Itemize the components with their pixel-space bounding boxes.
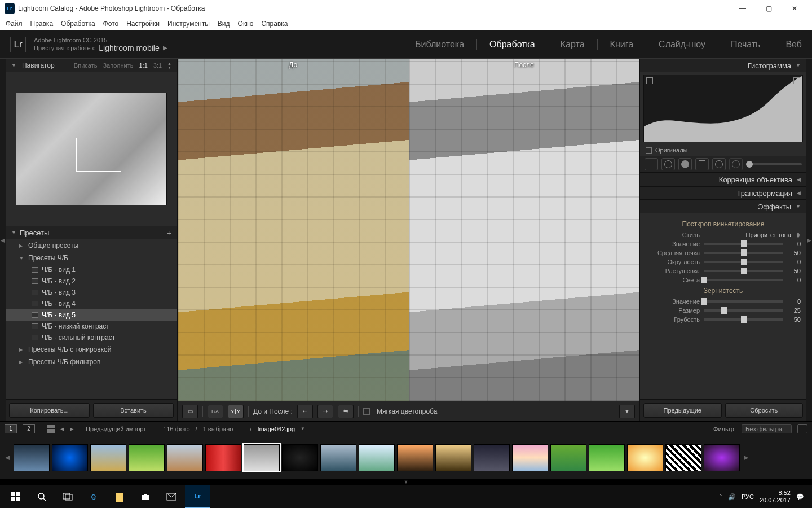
preset-bw-high-contrast[interactable]: Ч/Б - сильный контраст (6, 332, 177, 343)
chevron-right-icon[interactable]: ▶ (163, 45, 167, 51)
compare-view[interactable]: До После (178, 59, 639, 401)
language-indicator[interactable]: РУС (742, 493, 754, 500)
after-view[interactable]: После (409, 59, 640, 401)
menu-view[interactable]: Вид (218, 20, 230, 28)
lens-correction-header[interactable]: Коррекция объектива ◀ (640, 173, 806, 186)
redeye-tool-icon[interactable] (678, 158, 692, 170)
reset-button[interactable]: Сбросить (725, 403, 804, 418)
thumbnail[interactable] (359, 444, 395, 471)
menu-edit[interactable]: Правка (30, 20, 54, 28)
loupe-view-button[interactable]: ▭ (182, 405, 198, 418)
thumbnail[interactable] (704, 444, 740, 471)
vignette-slider[interactable] (704, 261, 783, 263)
current-filename[interactable]: Image062.jpg (257, 426, 295, 432)
module-book[interactable]: Книга (610, 40, 633, 50)
crop-tool-icon[interactable] (645, 158, 658, 170)
grain-slider[interactable] (704, 300, 783, 303)
filmstrip-prev[interactable]: ◀ (3, 440, 11, 476)
tray-chevron-icon[interactable]: ˄ (719, 493, 722, 501)
preset-bw-4[interactable]: Ч/Б - вид 4 (6, 298, 177, 309)
preset-bw-2[interactable]: Ч/Б - вид 2 (6, 275, 177, 287)
compare-ba-button[interactable]: BA (208, 405, 223, 418)
thumbnail[interactable] (282, 444, 318, 471)
softproof-checkbox[interactable] (363, 408, 370, 415)
gradient-tool-icon[interactable] (695, 158, 709, 170)
minimize-button[interactable]: — (730, 0, 756, 17)
navigator-header[interactable]: ▼ Навигатор Вписать Заполнить 1:1 3:1 ▲▼ (6, 59, 177, 72)
thumbnail[interactable] (320, 444, 356, 471)
thumbnail[interactable] (205, 444, 241, 471)
nav-forward-icon[interactable]: ▸ (70, 424, 74, 433)
menu-settings[interactable]: Настройки (126, 20, 160, 28)
menu-help[interactable]: Справка (261, 20, 288, 28)
thumbnail[interactable] (167, 444, 203, 471)
histogram[interactable] (643, 75, 803, 142)
thumbnail[interactable] (474, 444, 510, 471)
zoom-3-1[interactable]: 3:1 (153, 62, 162, 69)
store-icon[interactable] (133, 485, 158, 508)
lightroom-taskbar-icon[interactable]: Lr (185, 485, 210, 508)
originals-checkbox[interactable] (646, 147, 652, 154)
swap-left-button[interactable]: ⇠ (297, 405, 313, 418)
preset-group-bw-filters[interactable]: Пресеты Ч/Б фильтров (6, 356, 177, 368)
compare-yy-button[interactable]: Y|Y (228, 405, 244, 418)
thumbnail[interactable] (435, 444, 471, 471)
swap-both-button[interactable]: ⇆ (338, 405, 354, 418)
navigator-viewport[interactable] (76, 138, 121, 171)
vignette-slider[interactable] (704, 279, 783, 281)
style-stepper-icon[interactable]: ▲▼ (796, 231, 801, 238)
clock[interactable]: 8:52 20.07.2017 (760, 489, 791, 504)
copy-button[interactable]: Копировать... (9, 403, 90, 418)
transform-header[interactable]: Трансформация ◀ (640, 186, 806, 200)
module-develop[interactable]: Обработка (489, 40, 535, 50)
mobile-link[interactable]: Lightroom mobile (99, 43, 159, 52)
add-preset-button[interactable]: + (166, 228, 171, 238)
menu-tools[interactable]: Инструменты (167, 20, 210, 28)
thumbnail[interactable] (397, 444, 433, 471)
before-view[interactable]: До (178, 59, 409, 401)
thumbnail[interactable] (589, 444, 625, 471)
close-button[interactable]: ✕ (782, 0, 807, 17)
thumbnail-selected[interactable] (244, 444, 280, 471)
spot-tool-icon[interactable] (661, 158, 675, 170)
vignette-slider[interactable] (704, 243, 783, 245)
previous-button[interactable]: Предыдущие (643, 403, 722, 418)
zoom-fit[interactable]: Вписать (74, 62, 98, 69)
filename-dropdown-icon[interactable]: ▼ (301, 426, 305, 431)
menu-develop[interactable]: Обработка (61, 20, 95, 28)
paste-button[interactable]: Вставить (93, 403, 174, 418)
zoom-dropdown-icon[interactable]: ▲▼ (167, 62, 171, 69)
thumbnail[interactable] (129, 444, 165, 471)
thumbnail[interactable] (550, 444, 586, 471)
module-library[interactable]: Библиотека (415, 40, 464, 50)
zoom-1-1[interactable]: 1:1 (139, 62, 147, 69)
screen-2-button[interactable]: 2 (23, 424, 35, 433)
thumbnail[interactable] (627, 444, 663, 471)
style-select[interactable]: Приоритет тона (704, 231, 791, 238)
module-slideshow[interactable]: Слайд-шоу (659, 40, 705, 50)
explorer-icon[interactable]: ▇ (107, 485, 132, 508)
toolbar-more-button[interactable]: ▼ (619, 405, 635, 418)
filter-lock-icon[interactable] (797, 424, 807, 433)
search-icon[interactable] (29, 485, 54, 508)
swap-right-button[interactable]: ⇢ (317, 405, 333, 418)
shadow-clip-icon[interactable] (646, 77, 653, 84)
effects-header[interactable]: Эффекты ▼ (640, 200, 806, 213)
nav-back-icon[interactable]: ◂ (60, 424, 64, 433)
volume-icon[interactable]: 🔊 (728, 493, 736, 501)
thumbnail[interactable] (90, 444, 126, 471)
module-web[interactable]: Веб (785, 40, 802, 50)
filmstrip-toggle[interactable]: ▼ (0, 479, 812, 485)
module-map[interactable]: Карта (561, 40, 585, 50)
vignette-slider[interactable] (704, 252, 783, 254)
preset-bw-low-contrast[interactable]: Ч/Б - низкий контраст (6, 321, 177, 332)
maximize-button[interactable]: ▢ (756, 0, 782, 17)
task-view-icon[interactable] (55, 485, 80, 508)
left-panel-toggle[interactable]: ◀ (0, 59, 6, 421)
originals-row[interactable]: Оригиналы (640, 144, 806, 156)
thumbnail[interactable] (14, 444, 50, 471)
grain-slider[interactable] (704, 309, 783, 312)
radial-tool-icon[interactable] (712, 158, 726, 170)
filmstrip[interactable]: ◀ ▶ (0, 436, 812, 479)
module-print[interactable]: Печать (731, 40, 760, 50)
